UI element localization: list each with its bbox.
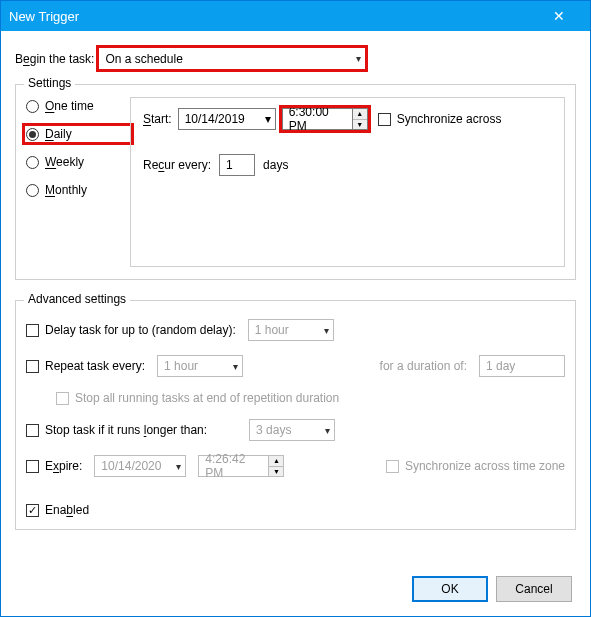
settings-legend: Settings bbox=[24, 76, 75, 90]
radio-weekly-label: Weekly bbox=[45, 155, 84, 169]
begin-task-value: On a schedule bbox=[105, 52, 182, 66]
start-time-wrap: 6:30:00 PM ▲ ▼ bbox=[282, 108, 368, 130]
ok-button[interactable]: OK bbox=[412, 576, 488, 602]
recur-unit: days bbox=[263, 158, 288, 172]
begin-task-select[interactable]: On a schedule ▾ bbox=[98, 47, 366, 70]
chevron-down-icon: ▾ bbox=[324, 325, 329, 336]
duration-value: 1 day bbox=[486, 359, 515, 373]
time-spinner[interactable]: ▲ ▼ bbox=[352, 108, 368, 130]
sync-tz-checkbox bbox=[386, 460, 399, 473]
start-label: Start: bbox=[143, 112, 172, 126]
delay-value: 1 hour bbox=[255, 323, 289, 337]
delay-label: Delay task for up to (random delay): bbox=[45, 323, 236, 337]
chevron-down-icon: ▾ bbox=[356, 53, 361, 64]
radio-daily-label: Daily bbox=[45, 127, 72, 141]
radio-daily[interactable]: Daily bbox=[26, 127, 130, 141]
chevron-down-icon: ▾ bbox=[233, 361, 238, 372]
radio-monthly-label: Monthly bbox=[45, 183, 87, 197]
chevron-down-icon: ▾ bbox=[325, 425, 330, 436]
radio-monthly[interactable]: Monthly bbox=[26, 183, 130, 197]
spinner-up-icon[interactable]: ▲ bbox=[353, 109, 367, 120]
delay-select[interactable]: 1 hour ▾ bbox=[248, 319, 334, 341]
duration-label: for a duration of: bbox=[380, 359, 467, 373]
stop-if-checkbox[interactable] bbox=[26, 424, 39, 437]
expire-date-select[interactable]: 10/14/2020 ▾ bbox=[94, 455, 186, 477]
enabled-checkbox[interactable] bbox=[26, 504, 39, 517]
stop-all-checkbox bbox=[56, 392, 69, 405]
spinner-up-icon[interactable]: ▲ bbox=[269, 456, 283, 467]
chevron-down-icon: ▾ bbox=[265, 112, 271, 126]
schedule-panel: Start: 10/14/2019 ▾ 6:30:00 PM ▲ ▼ bbox=[130, 97, 565, 267]
sync-label: Synchronize across bbox=[397, 112, 502, 126]
stop-if-label: Stop task if it runs longer than: bbox=[45, 423, 207, 437]
repeat-value: 1 hour bbox=[164, 359, 198, 373]
stop-all-label: Stop all running tasks at end of repetit… bbox=[75, 391, 339, 405]
expire-date-value: 10/14/2020 bbox=[101, 459, 161, 473]
sync-checkbox[interactable] bbox=[378, 113, 391, 126]
dialog-footer: OK Cancel bbox=[412, 576, 572, 602]
start-time-input[interactable]: 6:30:00 PM bbox=[282, 108, 352, 130]
expire-time-spinner[interactable]: ▲ ▼ bbox=[268, 455, 284, 477]
expire-label: Expire: bbox=[45, 459, 82, 473]
cancel-button[interactable]: Cancel bbox=[496, 576, 572, 602]
recur-input[interactable]: 1 bbox=[219, 154, 255, 176]
delay-checkbox[interactable] bbox=[26, 324, 39, 337]
sync-tz-label: Synchronize across time zone bbox=[405, 459, 565, 473]
enabled-label: Enabled bbox=[45, 503, 89, 517]
advanced-legend: Advanced settings bbox=[24, 292, 130, 306]
repeat-checkbox[interactable] bbox=[26, 360, 39, 373]
repeat-select[interactable]: 1 hour ▾ bbox=[157, 355, 243, 377]
radio-indicator bbox=[26, 128, 39, 141]
chevron-down-icon: ▾ bbox=[176, 461, 181, 472]
radio-weekly[interactable]: Weekly bbox=[26, 155, 130, 169]
stop-if-select[interactable]: 3 days ▾ bbox=[249, 419, 335, 441]
start-date-value: 10/14/2019 bbox=[185, 112, 245, 126]
spinner-down-icon[interactable]: ▼ bbox=[269, 467, 283, 477]
recur-label: Recur every: bbox=[143, 158, 211, 172]
close-icon[interactable]: ✕ bbox=[536, 1, 582, 31]
start-date-select[interactable]: 10/14/2019 ▾ bbox=[178, 108, 276, 130]
spinner-down-icon[interactable]: ▼ bbox=[353, 120, 367, 130]
expire-time-input[interactable]: 4:26:42 PM bbox=[198, 455, 268, 477]
radio-onetime-label: One time bbox=[45, 99, 94, 113]
begin-task-label: Begin the task: bbox=[15, 52, 94, 66]
duration-select: 1 day bbox=[479, 355, 565, 377]
radio-indicator bbox=[26, 156, 39, 169]
expire-checkbox[interactable] bbox=[26, 460, 39, 473]
radio-one-time[interactable]: One time bbox=[26, 99, 130, 113]
window-title: New Trigger bbox=[9, 9, 536, 24]
radio-indicator bbox=[26, 184, 39, 197]
advanced-fieldset: Advanced settings Delay task for up to (… bbox=[15, 300, 576, 530]
settings-fieldset: Settings One time Daily Weekly Monthly bbox=[15, 84, 576, 280]
repeat-label: Repeat task every: bbox=[45, 359, 145, 373]
stop-if-value: 3 days bbox=[256, 423, 291, 437]
radio-indicator bbox=[26, 100, 39, 113]
titlebar: New Trigger ✕ bbox=[1, 1, 590, 31]
